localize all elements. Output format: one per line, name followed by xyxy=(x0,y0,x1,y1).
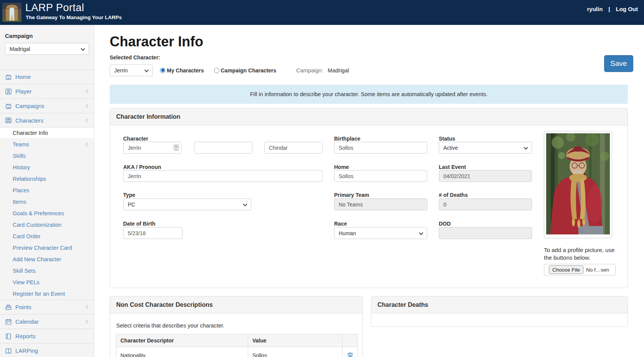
chevron-left-icon xyxy=(86,118,90,122)
descriptions-intro: Select criteria that describes your char… xyxy=(110,313,362,329)
character-first-field-wrap xyxy=(123,142,181,154)
profile-file-input[interactable]: Choose File No f…sen xyxy=(544,264,616,275)
app-title: LARP Portal xyxy=(25,2,84,14)
sidebar-item-add-new-character[interactable]: Add New Character xyxy=(0,254,94,265)
username-link[interactable]: ryulin xyxy=(587,6,603,12)
status-select[interactable]: Active xyxy=(439,142,532,154)
table-row: Nationality Sollos xyxy=(116,347,358,357)
aka-label: AKA / Pronoun xyxy=(123,164,161,170)
chevron-left-icon xyxy=(86,90,90,93)
sidebar-item-items[interactable]: Items xyxy=(0,196,94,208)
chevron-left-icon xyxy=(86,320,90,324)
sidebar-item-reports[interactable]: Reports xyxy=(0,329,94,343)
aka-input[interactable] xyxy=(123,170,323,182)
sidebar-item-view-pels[interactable]: View PELs xyxy=(0,277,94,288)
sidebar-item-skills[interactable]: Skills xyxy=(0,150,94,162)
value-cell: Sollos xyxy=(248,347,343,357)
sidebar-item-calendar[interactable]: Calendar xyxy=(0,314,94,329)
chevron-down-icon xyxy=(81,46,85,51)
sidebar-item-player[interactable]: Player xyxy=(0,84,94,98)
character-deaths-body xyxy=(371,313,628,326)
character-first-input[interactable] xyxy=(123,142,181,154)
sidebar-item-characters[interactable]: Characters xyxy=(0,113,94,128)
reports-icon xyxy=(5,333,12,340)
radio-campaign-characters-control[interactable] xyxy=(214,68,219,73)
descriptor-cell: Nationality xyxy=(116,347,248,357)
dod-label: DOD xyxy=(439,221,451,227)
profile-photo-note: To add a profile picture, use the button… xyxy=(544,246,623,262)
campaign-context-value: Madrigal xyxy=(328,67,349,74)
sidebar-item-history[interactable]: History xyxy=(0,162,94,173)
sidebar: Campaign Madrigal Home Player xyxy=(0,25,94,357)
primary-team-label: Primary Team xyxy=(334,192,369,198)
table-header-row: Character Descriptor Value xyxy=(116,334,358,347)
app-header: LARP Portal The Gateway To Managing Your… xyxy=(0,0,644,25)
chevron-down-icon xyxy=(524,145,528,149)
portal-logo xyxy=(2,3,21,22)
profile-photo xyxy=(544,131,612,238)
dob-label: Date of Birth xyxy=(123,221,155,227)
last-event-label: Last Event xyxy=(439,164,466,170)
sidebar-item-points[interactable]: Points xyxy=(0,300,94,314)
chevron-left-icon xyxy=(86,104,90,108)
sidebar-item-register-for-event[interactable]: Register for an Event xyxy=(0,288,94,300)
file-status-text: No f…sen xyxy=(586,267,609,273)
autofill-icon[interactable] xyxy=(174,144,179,151)
character-last-input[interactable] xyxy=(264,142,323,154)
player-icon xyxy=(5,88,12,95)
sidebar-item-goals-preferences[interactable]: Goals & Preferences xyxy=(0,208,94,219)
character-label: Character xyxy=(123,136,148,142)
save-button[interactable]: Save xyxy=(604,55,633,72)
sidebar-item-larping[interactable]: LARPing xyxy=(0,343,94,357)
sidebar-item-card-order[interactable]: Card Order xyxy=(0,231,94,242)
book-icon xyxy=(5,347,12,354)
castle-icon xyxy=(5,103,12,110)
sidebar-item-home[interactable]: Home xyxy=(0,69,94,84)
birthplace-input[interactable] xyxy=(334,142,427,154)
sidebar-item-skill-sets[interactable]: Skill Sets xyxy=(0,265,94,277)
radio-my-characters[interactable]: My Characters xyxy=(160,67,204,74)
last-event-input xyxy=(439,170,532,182)
primary-team-input xyxy=(334,198,427,210)
sidebar-item-character-info[interactable]: Character Info xyxy=(0,128,94,139)
chevron-down-icon xyxy=(144,68,148,72)
page-title: Character Info xyxy=(110,34,203,50)
character-middle-input[interactable] xyxy=(194,142,252,154)
type-label: Type xyxy=(123,192,135,198)
sidebar-item-relationships[interactable]: Relationships xyxy=(0,173,94,185)
actions-cell xyxy=(343,347,358,357)
sidebar-item-campaigns[interactable]: Campaigns xyxy=(0,98,94,113)
race-select[interactable]: Human xyxy=(334,227,427,239)
calendar-icon xyxy=(5,318,12,325)
sidebar-item-teams[interactable]: Teams xyxy=(0,139,94,150)
delete-icon[interactable] xyxy=(347,352,353,357)
info-alert: Fill in information to describe your cha… xyxy=(110,85,628,104)
points-icon xyxy=(5,304,12,311)
radio-my-characters-control[interactable] xyxy=(160,68,165,73)
deaths-label: # of Deaths xyxy=(439,192,468,198)
logout-link[interactable]: Log Out xyxy=(616,6,638,12)
home-label: Home xyxy=(334,164,349,170)
sidebar-item-card-customization[interactable]: Card Customization xyxy=(0,219,94,231)
campaign-label: Campaign xyxy=(5,33,88,39)
descriptions-table: Character Descriptor Value Nationality S… xyxy=(116,334,358,357)
character-deaths-title: Character Deaths xyxy=(371,296,628,313)
header-separator: | xyxy=(608,6,610,12)
dod-input xyxy=(439,227,532,239)
chevron-left-icon xyxy=(86,305,90,309)
sidebar-item-places[interactable]: Places xyxy=(0,185,94,196)
dob-input[interactable] xyxy=(123,227,183,239)
home-input[interactable] xyxy=(334,170,427,182)
campaign-select[interactable]: Madrigal xyxy=(5,43,89,55)
radio-campaign-characters[interactable]: Campaign Characters xyxy=(214,67,277,74)
campaign-context-label: Campaign: xyxy=(296,67,323,74)
sidebar-item-preview-character-card[interactable]: Preview Character Card xyxy=(0,242,94,254)
birthplace-label: Birthplace xyxy=(334,136,360,142)
value-column-header: Value xyxy=(248,334,343,347)
castle-icon xyxy=(5,74,12,80)
choose-file-button[interactable]: Choose File xyxy=(549,265,583,274)
character-deaths-panel: Character Deaths xyxy=(371,296,628,327)
character-select[interactable]: Jerrin xyxy=(110,64,153,76)
chevron-left-icon xyxy=(86,142,90,146)
type-select[interactable]: PC xyxy=(123,198,251,210)
